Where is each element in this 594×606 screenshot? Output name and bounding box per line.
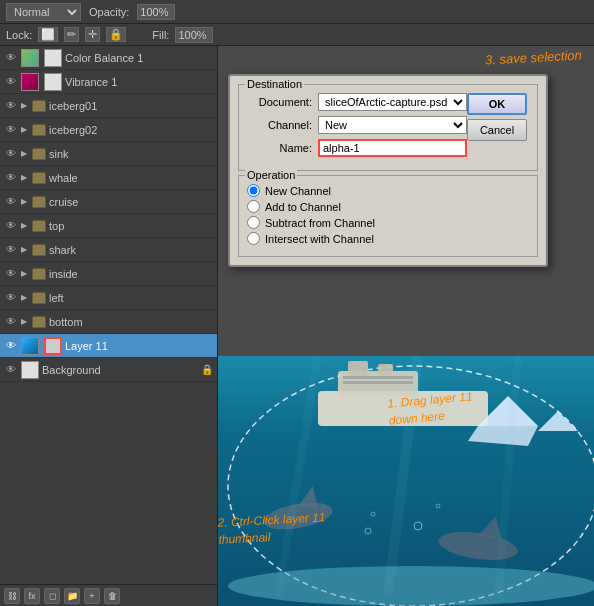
layer-cruise[interactable]: 👁 ▶ cruise <box>0 190 217 214</box>
expand-arrow[interactable]: ▶ <box>21 149 29 158</box>
radio-add-channel[interactable]: Add to Channel <box>247 200 529 213</box>
lock-all-icon[interactable]: 🔒 <box>106 27 126 42</box>
visibility-icon[interactable]: 👁 <box>4 171 18 185</box>
document-row: Document: sliceOfArctic-capture.psd <box>247 93 467 111</box>
lock-image-icon[interactable]: ✏ <box>64 27 79 42</box>
visibility-icon[interactable]: 👁 <box>4 147 18 161</box>
lock-transparent-icon[interactable]: ⬜ <box>38 27 58 42</box>
layer-sink[interactable]: 👁 ▶ sink <box>0 142 217 166</box>
folder-icon <box>32 148 46 160</box>
svg-rect-5 <box>343 376 413 379</box>
visibility-icon[interactable]: 👁 <box>4 75 18 89</box>
visibility-icon[interactable]: 👁 <box>4 267 18 281</box>
visibility-icon[interactable]: 👁 <box>4 339 18 353</box>
radio-new-channel-input[interactable] <box>247 184 260 197</box>
layer-color-balance[interactable]: 👁 Color Balance 1 <box>0 46 217 70</box>
add-style-icon[interactable]: fx <box>24 588 40 604</box>
visibility-icon[interactable]: 👁 <box>4 315 18 329</box>
visibility-icon[interactable]: 👁 <box>4 195 18 209</box>
layer-shark[interactable]: 👁 ▶ shark <box>0 238 217 262</box>
layer-name: Color Balance 1 <box>65 52 213 64</box>
layer-thumbnail <box>21 361 39 379</box>
svg-line-18 <box>278 356 318 596</box>
layer-left[interactable]: 👁 ▶ left <box>0 286 217 310</box>
visibility-icon[interactable]: 👁 <box>4 219 18 233</box>
document-select[interactable]: sliceOfArctic-capture.psd <box>318 93 467 111</box>
radio-new-channel-label: New Channel <box>265 185 331 197</box>
ok-button[interactable]: OK <box>467 93 527 115</box>
expand-arrow[interactable]: ▶ <box>21 317 29 326</box>
visibility-icon[interactable]: 👁 <box>4 363 18 377</box>
expand-arrow[interactable]: ▶ <box>21 101 29 110</box>
svg-point-15 <box>371 512 375 516</box>
opacity-input[interactable] <box>137 4 175 20</box>
layer-bottom[interactable]: 👁 ▶ bottom <box>0 310 217 334</box>
layer-inside[interactable]: 👁 ▶ inside <box>0 262 217 286</box>
expand-arrow[interactable]: ▶ <box>21 173 29 182</box>
blend-mode-toolbar: Normal Opacity: <box>0 0 594 24</box>
fill-input[interactable] <box>175 27 213 43</box>
layer-iceberg02[interactable]: 👁 ▶ iceberg02 <box>0 118 217 142</box>
expand-arrow[interactable]: ▶ <box>21 245 29 254</box>
folder-icon <box>32 100 46 112</box>
visibility-icon[interactable]: 👁 <box>4 123 18 137</box>
link-layers-icon[interactable]: ⛓ <box>4 588 20 604</box>
radio-new-channel[interactable]: New Channel <box>247 184 529 197</box>
layer-vibrance[interactable]: 👁 Vibrance 1 <box>0 70 217 94</box>
opacity-label: Opacity: <box>89 6 129 18</box>
lock-position-icon[interactable]: ✛ <box>85 27 100 42</box>
expand-arrow[interactable]: ▶ <box>21 293 29 302</box>
layer-top[interactable]: 👁 ▶ top <box>0 214 217 238</box>
delete-layer-icon[interactable]: 🗑 <box>104 588 120 604</box>
name-label: Name: <box>247 142 312 154</box>
layers-bottom-toolbar: ⛓ fx ◻ 📁 + 🗑 <box>0 584 217 606</box>
layer-thumbnail <box>21 73 39 91</box>
visibility-icon[interactable]: 👁 <box>4 99 18 113</box>
svg-line-19 <box>388 356 418 596</box>
folder-icon <box>32 172 46 184</box>
cancel-button[interactable]: Cancel <box>467 119 527 141</box>
svg-point-21 <box>228 566 594 606</box>
layer-name: iceberg02 <box>49 124 213 136</box>
expand-arrow[interactable]: ▶ <box>21 221 29 230</box>
svg-point-12 <box>437 528 520 565</box>
main-panel: 👁 Color Balance 1 👁 Vibrance 1 👁 ▶ icebe… <box>0 46 594 606</box>
expand-arrow[interactable]: ▶ <box>21 269 29 278</box>
layer-mask-thumb <box>44 49 62 67</box>
new-group-icon[interactable]: 📁 <box>64 588 80 604</box>
channel-select[interactable]: New <box>318 116 467 134</box>
visibility-icon[interactable]: 👁 <box>4 243 18 257</box>
svg-rect-3 <box>348 361 368 376</box>
layer-background[interactable]: 👁 Background 🔒 <box>0 358 217 382</box>
name-input[interactable] <box>318 139 467 157</box>
layer-name: whale <box>49 172 213 184</box>
folder-icon <box>32 196 46 208</box>
visibility-icon[interactable]: 👁 <box>4 291 18 305</box>
radio-add-channel-input[interactable] <box>247 200 260 213</box>
layer-whale[interactable]: 👁 ▶ whale <box>0 166 217 190</box>
radio-intersect-channel-input[interactable] <box>247 232 260 245</box>
new-layer-icon[interactable]: + <box>84 588 100 604</box>
annotation-drag-layer: 1. Drag layer 11 down here <box>387 389 475 430</box>
svg-marker-13 <box>478 516 501 538</box>
channel-row: Channel: New <box>247 116 467 134</box>
layer-name: Layer 11 <box>65 340 213 352</box>
layer-thumbnail <box>21 337 39 355</box>
expand-arrow[interactable]: ▶ <box>21 197 29 206</box>
blend-mode-select[interactable]: Normal <box>6 3 81 21</box>
add-mask-icon[interactable]: ◻ <box>44 588 60 604</box>
radio-subtract-channel[interactable]: Subtract from Channel <box>247 216 529 229</box>
svg-point-17 <box>436 504 440 508</box>
layer-layer11[interactable]: 👁 Layer 11 <box>0 334 217 358</box>
layer-iceberg01[interactable]: 👁 ▶ iceberg01 <box>0 94 217 118</box>
annotation-ctrl-click: 2. Ctrl-Click layer 11 thumbnail <box>217 510 327 549</box>
visibility-icon[interactable]: 👁 <box>4 51 18 65</box>
layer-mask-thumb <box>44 337 62 355</box>
layer-name: shark <box>49 244 213 256</box>
svg-line-20 <box>498 356 518 596</box>
radio-subtract-channel-label: Subtract from Channel <box>265 217 375 229</box>
radio-subtract-channel-input[interactable] <box>247 216 260 229</box>
radio-intersect-channel[interactable]: Intersect with Channel <box>247 232 529 245</box>
folder-icon <box>32 268 46 280</box>
expand-arrow[interactable]: ▶ <box>21 125 29 134</box>
